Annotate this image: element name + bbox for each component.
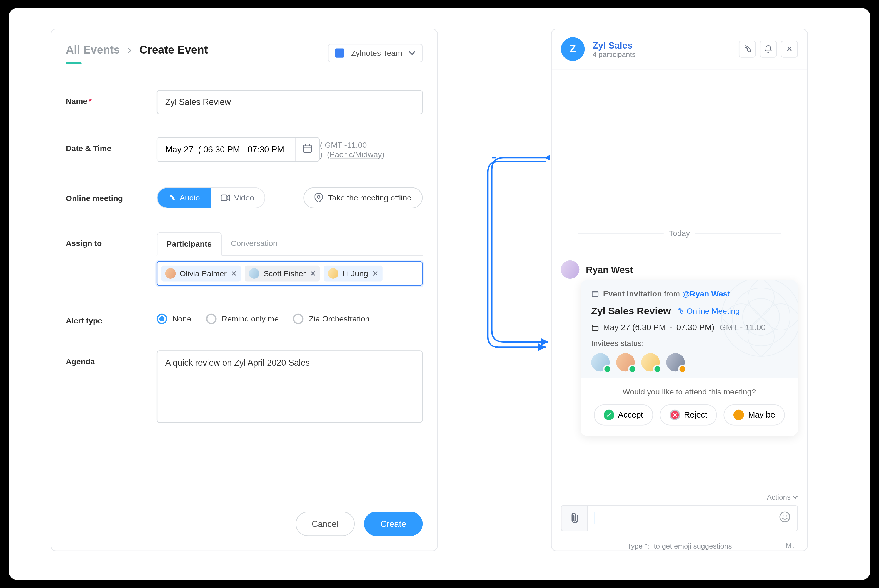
svg-rect-7: [592, 325, 598, 331]
radio-zia[interactable]: Zia Orchestration: [293, 314, 370, 324]
breadcrumb-sep: ›: [128, 44, 131, 57]
participant-chip: Olivia Palmer ✕: [161, 266, 241, 282]
team-color-swatch: [335, 49, 344, 58]
calendar-icon: [591, 323, 599, 331]
invitee-avatar: [641, 353, 660, 372]
avatar-icon: [249, 268, 260, 279]
actions-dropdown[interactable]: Actions: [767, 494, 798, 501]
meeting-mode-segmented: Audio Video: [157, 188, 265, 208]
audio-button[interactable]: Audio: [157, 188, 210, 208]
chevron-down-icon: [409, 50, 416, 56]
breadcrumb-current: Create Event: [140, 44, 208, 57]
attend-question: Would you like to attend this meeting?: [591, 387, 787, 396]
timezone-region-link[interactable]: (Pacific/Midway): [327, 149, 385, 159]
chat-subtitle: 4 participants: [593, 51, 636, 58]
svg-point-9: [783, 515, 784, 516]
decorative-pattern-icon: [708, 280, 798, 369]
timezone-text: ( GMT -11:00 ) (Pacific/Midway): [320, 140, 423, 159]
markdown-indicator: M↓: [786, 542, 795, 549]
paperclip-icon: [569, 512, 580, 524]
label-alert: Alert type: [66, 309, 157, 326]
status-pending-icon: [678, 365, 687, 374]
phone-icon: [676, 307, 684, 315]
remove-chip-icon[interactable]: ✕: [231, 269, 237, 278]
day-separator: Today: [552, 229, 807, 238]
alert-type-radios: None Remind only me Zia Orchestration: [157, 309, 422, 324]
reject-button[interactable]: ✕Reject: [660, 405, 717, 426]
team-name: Zylnotes Team: [351, 49, 402, 58]
bell-icon[interactable]: [760, 40, 777, 58]
create-event-panel: All Events › Create Event Zylnotes Team …: [51, 28, 438, 551]
create-button[interactable]: Create: [364, 512, 422, 536]
text-caret: [595, 512, 595, 524]
sender-name: Ryan West: [586, 264, 633, 275]
avatar-icon: [328, 268, 339, 279]
participant-chip: Scott Fisher ✕: [245, 266, 320, 282]
breadcrumb: All Events › Create Event: [66, 44, 208, 57]
accept-button[interactable]: ✓Accept: [594, 405, 653, 426]
location-icon: [315, 193, 323, 202]
message-sender: Ryan West: [561, 260, 633, 279]
call-icon[interactable]: [739, 40, 756, 58]
chat-header: Z Zyl Sales 4 participants ✕: [552, 29, 807, 70]
remove-chip-icon[interactable]: ✕: [372, 269, 379, 278]
video-icon: [221, 194, 230, 201]
attach-button[interactable]: [561, 505, 587, 531]
svg-point-8: [780, 512, 790, 522]
breadcrumb-underline: [66, 62, 82, 64]
participants-input[interactable]: Olivia Palmer ✕ Scott Fisher ✕ Li Jung ✕: [157, 261, 422, 286]
status-accepted-icon: [603, 365, 612, 374]
svg-rect-0: [304, 145, 311, 152]
calendar-icon: [591, 290, 599, 298]
message-input[interactable]: [587, 505, 798, 531]
invite-event-title: Zyl Sales Review: [591, 305, 671, 316]
radio-none[interactable]: None: [157, 314, 191, 324]
participant-name: Li Jung: [343, 269, 368, 278]
participant-name: Scott Fisher: [264, 269, 306, 278]
sender-avatar: [561, 260, 579, 279]
label-online: Online meeting: [66, 188, 157, 203]
sync-arrows-icon: [480, 158, 551, 355]
status-accepted-icon: [653, 365, 662, 374]
video-button[interactable]: Video: [210, 188, 264, 208]
message-composer: [561, 505, 798, 531]
offline-button[interactable]: Take the meeting offline: [304, 188, 422, 208]
chevron-down-icon: [793, 495, 798, 500]
calendar-icon[interactable]: [296, 143, 319, 156]
event-name-input[interactable]: [157, 90, 422, 114]
avatar-icon: [165, 268, 176, 279]
svg-point-10: [786, 515, 787, 516]
invitee-avatar: [666, 353, 685, 372]
tab-conversation[interactable]: Conversation: [222, 232, 287, 255]
cancel-button[interactable]: Cancel: [295, 512, 355, 536]
participant-name: Olivia Palmer: [180, 269, 227, 278]
label-agenda: Agenda: [66, 350, 157, 366]
label-name: Name*: [66, 90, 157, 106]
emoji-icon[interactable]: [779, 511, 791, 525]
invitee-avatar: [591, 353, 610, 372]
radio-remind[interactable]: Remind only me: [206, 314, 279, 324]
participant-chip: Li Jung ✕: [324, 266, 383, 282]
maybe-button[interactable]: –May be: [724, 405, 785, 426]
close-icon[interactable]: ✕: [781, 40, 798, 58]
svg-rect-6: [592, 291, 598, 297]
chat-title[interactable]: Zyl Sales: [593, 40, 636, 51]
label-date: Date & Time: [66, 137, 157, 153]
team-dropdown[interactable]: Zylnotes Team: [328, 44, 422, 62]
agenda-input[interactable]: [157, 350, 422, 423]
date-field[interactable]: [157, 137, 320, 162]
event-invite-card: Event invitation from @Ryan West Zyl Sal…: [581, 280, 798, 436]
svg-rect-1: [221, 195, 227, 201]
date-input[interactable]: [157, 138, 296, 161]
composer-hint: Type ":" to get emoji suggestions: [552, 542, 807, 550]
label-assign: Assign to: [66, 232, 157, 248]
remove-chip-icon[interactable]: ✕: [310, 269, 316, 278]
status-accepted-icon: [628, 365, 637, 374]
assign-tabs: Participants Conversation: [157, 232, 422, 256]
breadcrumb-all-events[interactable]: All Events: [66, 44, 120, 57]
chat-avatar: Z: [561, 37, 584, 61]
chat-panel: Z Zyl Sales 4 participants ✕ Today Ryan …: [551, 28, 808, 551]
phone-icon: [168, 194, 176, 201]
tab-participants[interactable]: Participants: [157, 232, 222, 256]
invitee-avatar: [616, 353, 634, 372]
